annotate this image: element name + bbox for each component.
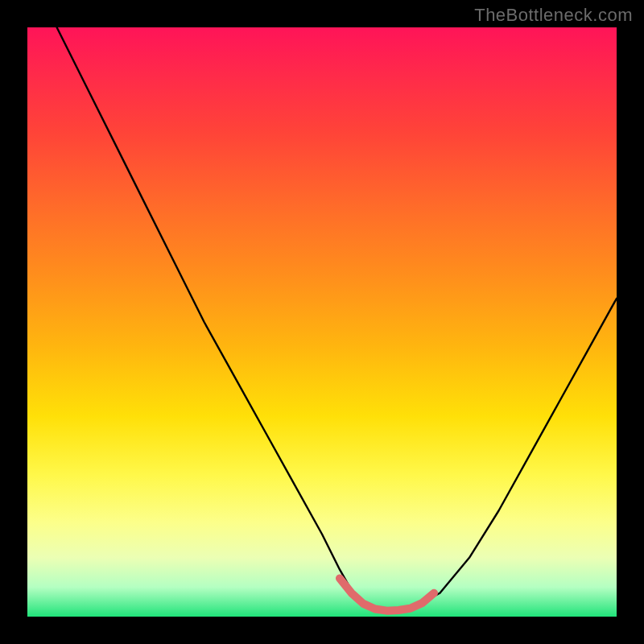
optimal-band-curve	[340, 578, 434, 610]
watermark-label: TheBottleneck.com	[474, 5, 633, 26]
chart-svg	[27, 27, 617, 617]
chart-frame: TheBottleneck.com	[0, 0, 644, 644]
bottleneck-curve	[57, 27, 617, 610]
